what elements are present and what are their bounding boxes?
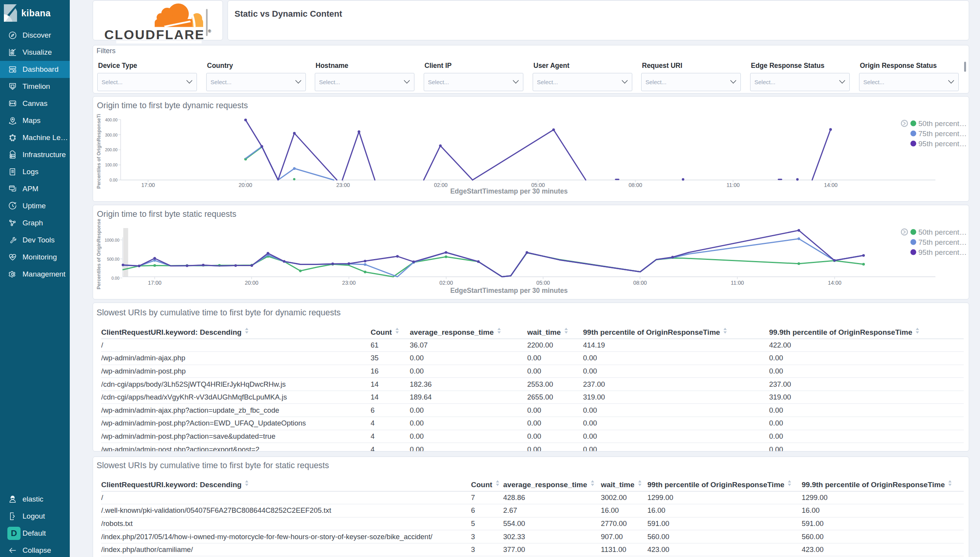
svg-text:0.00: 0.00 [110, 178, 118, 182]
svg-text:14:00: 14:00 [828, 280, 841, 286]
svg-text:08:00: 08:00 [633, 280, 647, 286]
svg-text:100.00: 100.00 [105, 163, 117, 167]
svg-text:14:00: 14:00 [824, 182, 837, 188]
svg-text:Origin time to first byte stat: Origin time to first byte static request… [97, 209, 236, 219]
svg-text:200.00: 200.00 [105, 147, 117, 152]
svg-text:EdgeStartTimestamp per 30 minu: EdgeStartTimestamp per 30 minutes [450, 187, 568, 195]
svg-text:300.00: 300.00 [105, 133, 117, 137]
svg-text:0.00: 0.00 [112, 276, 120, 280]
svg-text:75th percent…: 75th percent… [918, 130, 967, 138]
svg-text:95th percent…: 95th percent… [918, 248, 967, 256]
svg-text:23:00: 23:00 [336, 182, 350, 188]
svg-text:Percentiles of OriginResponse: Percentiles of OriginResponse [96, 219, 102, 289]
svg-text:400.00: 400.00 [105, 118, 117, 122]
svg-text:11:00: 11:00 [726, 182, 740, 188]
svg-text:CLOUDFLARE: CLOUDFLARE [104, 27, 205, 40]
svg-text:11:00: 11:00 [731, 280, 744, 286]
svg-text:02:00: 02:00 [434, 182, 447, 188]
svg-text:50th percent…: 50th percent… [918, 228, 967, 236]
svg-text:EdgeStartTimestamp per 30 minu: EdgeStartTimestamp per 30 minutes [450, 287, 568, 294]
svg-text:05:00: 05:00 [536, 280, 550, 286]
svg-text:75th percent…: 75th percent… [918, 238, 967, 246]
svg-text:Percentiles of OriginResponseT: Percentiles of OriginResponseTi [96, 114, 102, 189]
svg-text:23:00: 23:00 [342, 280, 355, 286]
svg-text:17:00: 17:00 [148, 280, 161, 286]
svg-text:1000.00: 1000.00 [105, 238, 119, 242]
svg-text:95th percent…: 95th percent… [918, 140, 967, 148]
svg-text:17:00: 17:00 [141, 182, 155, 188]
svg-text:08:00: 08:00 [628, 182, 642, 188]
svg-text:Origin time to first byte dyna: Origin time to first byte dynamic reques… [97, 101, 248, 110]
svg-text:20:00: 20:00 [238, 182, 252, 188]
svg-text:02:00: 02:00 [439, 280, 453, 286]
svg-text:20:00: 20:00 [245, 280, 258, 286]
svg-text:50th percent…: 50th percent… [918, 119, 967, 128]
svg-text:®: ® [208, 29, 211, 33]
svg-text:500.00: 500.00 [107, 257, 119, 261]
